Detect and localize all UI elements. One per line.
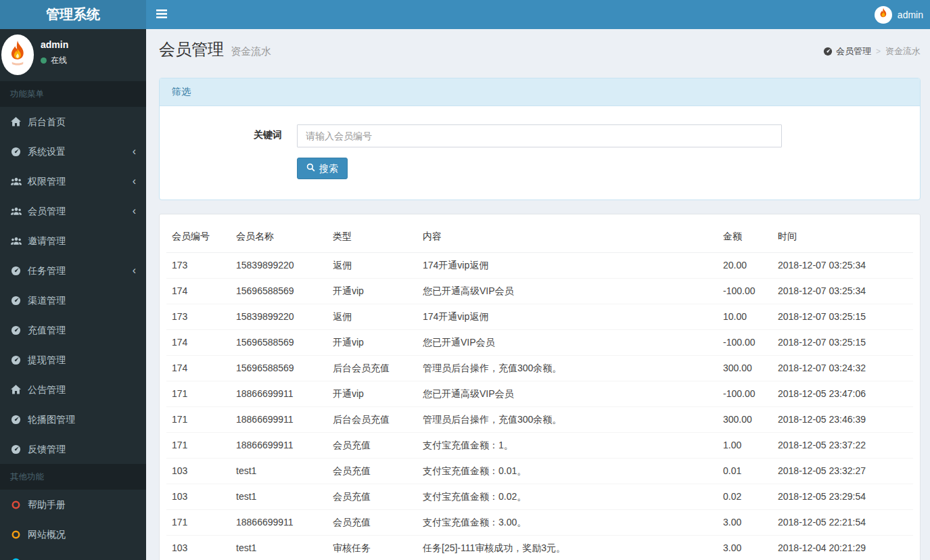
- table-cell: 173: [166, 253, 231, 279]
- table-cell: 2018-12-07 03:25:15: [772, 330, 913, 356]
- gauge-icon: [10, 296, 22, 306]
- sidebar-item-notice[interactable]: 公告管理: [0, 375, 146, 404]
- sidebar-item-label: 邀请管理: [28, 235, 136, 247]
- user-status-label: 在线: [51, 55, 67, 66]
- table-cell: 174开通vip返佣: [417, 253, 718, 279]
- table-cell: 管理员后台操作，充值300余额。: [417, 356, 718, 381]
- gauge-icon: [10, 325, 22, 335]
- table-cell: 103: [166, 536, 231, 560]
- sidebar-item-feedback[interactable]: 反馈管理: [0, 434, 146, 464]
- table-cell: 1.00: [718, 433, 772, 459]
- sidebar-item-member[interactable]: 会员管理‹: [0, 196, 146, 226]
- table-cell: -100.00: [718, 330, 772, 356]
- table-cell: 171: [166, 407, 231, 433]
- table-cell: 18866699911: [231, 510, 327, 536]
- table-cell: 开通vip: [327, 279, 417, 304]
- table-row: 17118866699911会员充值支付宝充值金额：3.00。3.002018-…: [166, 510, 913, 536]
- chevron-left-icon: ‹: [133, 266, 136, 275]
- table-cell: 审核任务: [327, 536, 417, 560]
- topbar-username: admin: [898, 9, 923, 20]
- table-cell: 任务[25]-111审核成功，奖励3元。: [417, 536, 718, 560]
- sidebar-item-label: 公告管理: [28, 383, 136, 396]
- sidebar-item-permission[interactable]: 权限管理‹: [0, 166, 146, 196]
- table-cell: 返佣: [327, 253, 417, 279]
- sidebar-user-panel: admin 在线: [0, 29, 146, 81]
- gauge-icon: [10, 355, 22, 365]
- table-cell: 15839899220: [231, 304, 327, 330]
- sidebar-item-banner[interactable]: 轮播图管理: [0, 404, 146, 434]
- table-row: 103test1会员充值支付宝充值金额：0.02。0.022018-12-05 …: [166, 484, 913, 510]
- breadcrumb-parent-label: 会员管理: [836, 45, 871, 57]
- table-row: 17118866699911开通vip您已开通高级VIP会员-100.00201…: [166, 381, 913, 407]
- table-cell: 支付宝充值金额：1。: [417, 433, 718, 459]
- table-cell: 支付宝充值金额：0.02。: [417, 484, 718, 510]
- sidebar-item-channel[interactable]: 渠道管理: [0, 285, 146, 315]
- table-row: 103test1会员充值支付宝充值金额：0.01。0.012018-12-05 …: [166, 459, 913, 484]
- sidebar-item-help[interactable]: 帮助手册: [0, 490, 146, 519]
- gauge-icon: [823, 47, 833, 56]
- sidebar-item-task[interactable]: 任务管理‹: [0, 256, 146, 285]
- table-body: 17315839899220返佣174开通vip返佣20.002018-12-0…: [166, 253, 913, 560]
- sidebar-item-site-overview[interactable]: 网站概况: [0, 519, 146, 549]
- table-cell: 开通vip: [327, 330, 417, 356]
- table-cell: 15696588569: [231, 330, 327, 356]
- table-header-row: 会员编号会员名称类型内容金额时间: [166, 221, 913, 253]
- gauge-icon: [10, 415, 22, 425]
- sidebar-toggle-button[interactable]: [146, 0, 177, 29]
- sidebar-item-label: 反馈管理: [28, 443, 136, 455]
- breadcrumb-member-management[interactable]: 会员管理: [823, 45, 871, 57]
- table-cell: 2018-12-07 03:25:15: [772, 304, 913, 330]
- table-cell: 171: [166, 381, 231, 407]
- user-status: 在线: [41, 55, 68, 66]
- table-cell: 支付宝充值金额：3.00。: [417, 510, 718, 536]
- table-row: 17118866699911后台会员充值管理员后台操作，充值300余额。300.…: [166, 407, 913, 433]
- table-cell: 后台会员充值: [327, 407, 417, 433]
- home-icon: [10, 385, 22, 394]
- table-cell: 2018-12-05 23:47:06: [772, 381, 913, 407]
- users-icon: [10, 207, 22, 216]
- sidebar-item-extra[interactable]: [0, 549, 146, 560]
- sidebar-item-home[interactable]: 后台首页: [0, 107, 146, 137]
- table-cell: 10.00: [718, 304, 772, 330]
- sidebar-item-system-settings[interactable]: 系统设置‹: [0, 137, 146, 166]
- table-cell: test1: [231, 536, 327, 560]
- sidebar-item-label: 提现管理: [28, 354, 136, 366]
- table-cell: 2018-12-04 20:21:29: [772, 536, 913, 560]
- table-cell: 2018-12-07 03:25:34: [772, 253, 913, 279]
- table-cell: 您已开通VIP会员: [417, 330, 718, 356]
- column-header: 类型: [327, 221, 417, 253]
- column-header: 金额: [718, 221, 772, 253]
- keyword-label: 关键词: [170, 124, 297, 147]
- sidebar-item-label: 权限管理: [28, 175, 126, 187]
- table-row: 17118866699911会员充值支付宝充值金额：1。1.002018-12-…: [166, 433, 913, 459]
- breadcrumb: 会员管理 > 资金流水: [823, 39, 921, 57]
- sidebar-item-recharge[interactable]: 充值管理: [0, 315, 146, 345]
- sidebar-item-invite[interactable]: 邀请管理: [0, 226, 146, 256]
- topbar-user-menu[interactable]: admin: [868, 0, 930, 29]
- brand-logo[interactable]: 管理系统: [0, 0, 146, 29]
- sidebar-item-label: 后台首页: [28, 116, 136, 128]
- content-header: 会员管理资金流水 会员管理 > 资金流水: [146, 29, 930, 62]
- chevron-left-icon: ‹: [133, 206, 136, 216]
- table-cell: -100.00: [718, 381, 772, 407]
- keyword-input[interactable]: [297, 124, 782, 147]
- table-cell: 2018-12-05 23:37:22: [772, 433, 913, 459]
- table-cell: 18866699911: [231, 407, 327, 433]
- table-cell: test1: [231, 459, 327, 484]
- home-icon: [10, 117, 22, 126]
- sidebar-item-label: 帮助手册: [28, 498, 136, 511]
- table-cell: 会员充值: [327, 433, 417, 459]
- table-cell: 2018-12-05 23:32:27: [772, 459, 913, 484]
- users-icon: [10, 177, 22, 186]
- chevron-left-icon: ‹: [133, 177, 136, 186]
- chevron-left-icon: ‹: [133, 147, 136, 156]
- user-avatar: [875, 6, 892, 24]
- gauge-icon: [10, 444, 22, 454]
- sidebar-item-withdraw[interactable]: 提现管理: [0, 345, 146, 375]
- table-row: 17415696588569后台会员充值管理员后台操作，充值300余额。300.…: [166, 356, 913, 381]
- search-button[interactable]: 搜索: [297, 158, 348, 179]
- table-cell: 103: [166, 459, 231, 484]
- filter-panel-body: 关键词 搜索: [160, 106, 920, 200]
- table-cell: 103: [166, 484, 231, 510]
- table-cell: 171: [166, 510, 231, 536]
